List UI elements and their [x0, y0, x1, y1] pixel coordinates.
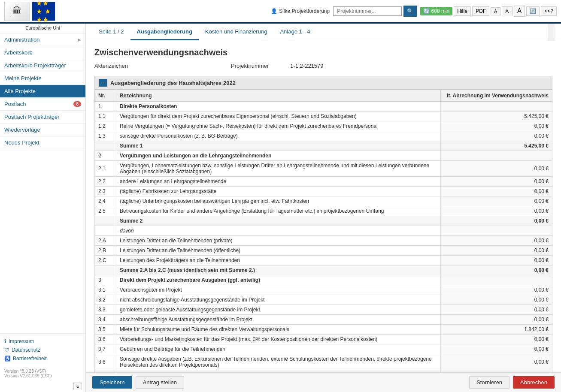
abbrechen-button[interactable]: Abbrechen [513, 376, 555, 389]
cell-amount: 5.425,00 € [441, 112, 552, 121]
cell-nr [95, 265, 116, 275]
tab-seite[interactable]: Seite 1 / 2 [92, 24, 130, 40]
cell-amount: 0,00 € [441, 236, 552, 246]
user-icon: 👤 [271, 8, 277, 14]
search-input[interactable] [333, 6, 402, 16]
reset-button[interactable]: 🔄 [526, 6, 540, 16]
search-button[interactable]: 🔍 [403, 6, 417, 17]
table-row: 2.2andere Leistungen an Lehrgangsteilneh… [95, 177, 552, 187]
cell-amount: 0,00 € [441, 216, 552, 226]
impressum-link[interactable]: ℹ Impressum [4, 337, 81, 346]
section-toggle-button[interactable]: − [99, 79, 107, 87]
help-button[interactable]: Hilfe [454, 6, 471, 16]
content-area: Zwischenverwendungsnachweis Aktenzeichen… [86, 41, 561, 372]
cell-amount: 1.842,00 € [441, 325, 552, 335]
tab-anlage[interactable]: Anlage 1 - 4 [273, 24, 316, 40]
sidebar-item-postfach[interactable]: Postfach 6 [0, 98, 85, 111]
cell-nr: 2.1 [95, 161, 116, 177]
sidebar-item-alle-projekte[interactable]: Alle Projekte [0, 85, 85, 98]
sidebar-item-arbeitskorb[interactable]: Arbeitskorb [0, 46, 85, 59]
tab-ausgabengliederung[interactable]: Ausgabengliederung [130, 24, 199, 40]
table-row: 2.5Betreuungskosten für Kinder und ander… [95, 206, 552, 216]
cell-nr: 3.6 [95, 335, 116, 344]
cell-nr: 3.5 [95, 325, 116, 335]
table-row: 3.5Miete für Schulungsräume und Räume de… [95, 325, 552, 335]
header: 🏛 ★★★ ★★★ 👤 Silke.Projektförderung 🔍 🔄 6… [0, 0, 561, 24]
sidebar-item-postfach-projekttraeger[interactable]: Postfach Projektträger [0, 111, 85, 124]
antrag-button[interactable]: Antrag stellen [136, 376, 185, 389]
aktenzeichen-group: Aktenzeichen [94, 63, 128, 69]
table-row: Summe 15.425,00 € [95, 141, 552, 151]
projektnummer-group: Projektnummer 1-1.2-221579 [231, 63, 323, 69]
sidebar-item-neues-projekt[interactable]: Neues Projekt [0, 136, 85, 149]
barrierefreiheit-link[interactable]: ♿ Barrierefreiheit [4, 354, 81, 363]
cell-amount: 0,00 € [441, 354, 552, 370]
cell-bezeichnung: sonstige direkte Personalkosten (z. B. B… [116, 131, 441, 141]
table-row: 2.1Vergütungen, Lohnersatzleistungen bzw… [95, 161, 552, 177]
cell-nr: 1.2 [95, 121, 116, 131]
cell-nr [95, 226, 116, 236]
sidebar-bottom-links: ℹ Impressum 🛡 Datenschutz ♿ Barrierefrei… [0, 333, 85, 366]
back-button[interactable]: <<? [541, 6, 557, 16]
stornieren-button[interactable]: Stornieren [469, 376, 509, 389]
table-row: 1.1Vergütungen für direkt dem Projekt zu… [95, 112, 552, 121]
cell-amount: 0,00 € [441, 206, 552, 216]
cell-amount: 0,00 € [441, 131, 552, 141]
cell-nr: 2.C [95, 256, 116, 265]
cell-nr: 3.2 [95, 295, 116, 305]
cell-amount: 5.425,00 € [441, 141, 552, 151]
cell-bezeichnung: Leistungen des Projektträgers an die Tei… [116, 256, 441, 265]
cell-amount: 0,00 € [441, 121, 552, 131]
footer-left: Speichern Antrag stellen [92, 376, 184, 389]
table-row: 3.3gemietete oder geleaste Ausstattungsg… [95, 305, 552, 315]
shield-icon: 🛡 [4, 347, 9, 353]
table-row: 2.4(tägliche) Unterbringungskosten bei a… [95, 196, 552, 206]
pdf-button[interactable]: PDF [472, 6, 489, 16]
cell-nr: 3.4 [95, 315, 116, 325]
cell-bezeichnung: Summe 2.A bis 2.C (muss identisch sein m… [116, 265, 441, 275]
cell-amount: 0,00 € [441, 265, 552, 275]
logo-area: 🏛 ★★★ ★★★ [4, 2, 55, 21]
sidebar-collapse-button[interactable]: « [73, 383, 82, 390]
info-icon: ℹ [4, 338, 6, 344]
table-row: Summe 20,00 € [95, 216, 552, 226]
save-button[interactable]: Speichern [92, 376, 132, 389]
col-bezeichnung: Bezeichnung [116, 90, 441, 102]
table-row: 2Vergütungen und Leistungen an die Lehrg… [95, 151, 552, 161]
cell-amount: 0,00 € [441, 305, 552, 315]
cell-nr: 3.7 [95, 344, 116, 354]
cell-amount: 0,00 € [441, 196, 552, 206]
cell-bezeichnung: Leistungen Dritter an die Teilnehmenden … [116, 246, 441, 256]
datenschutz-link[interactable]: 🛡 Datenschutz [4, 346, 81, 354]
table-row: 3.7Gebühren und Beiträge für die Teilneh… [95, 344, 552, 354]
sidebar-item-meine-projekte[interactable]: Meine Projekte [0, 72, 85, 85]
page-title: Zwischenverwendungsnachweis [94, 48, 552, 57]
cell-bezeichnung: Vergütungen, Lohnersatzleistungen bzw. s… [116, 161, 441, 177]
cell-nr: 2.4 [95, 196, 116, 206]
cell-nr [95, 141, 116, 151]
footer-right: Stornieren Abbrechen [469, 376, 555, 389]
tab-kosten[interactable]: Kosten und Finanzierung [199, 24, 274, 40]
col-abrechnung: lt. Abrechnung im Verwendungsnachweis [441, 90, 552, 102]
font-small-button[interactable]: A [491, 7, 500, 15]
cell-bezeichnung: abschreibungsfähige Ausstattungsgegenstä… [116, 315, 441, 325]
meta-row: Aktenzeichen Projektnummer 1-1.2-221579 [94, 63, 552, 69]
cell-bezeichnung: Vergütungen und Leistungen an die Lehrga… [116, 151, 441, 161]
main-area: Seite 1 / 2 Ausgabengliederung Kosten un… [86, 24, 561, 392]
font-large-button[interactable]: A [514, 6, 525, 17]
ausgaben-table: Nr. Bezeichnung lt. Abrechnung im Verwen… [94, 90, 552, 372]
table-row: 2.BLeistungen Dritter an die Teilnehmend… [95, 246, 552, 256]
sidebar-item-arbeitskorb-projekttraeger[interactable]: Arbeitskorb Projektträger [0, 59, 85, 72]
arrow-icon: ▶ [78, 37, 81, 42]
font-medium-button[interactable]: A [502, 6, 512, 16]
sidebar-item-administration[interactable]: Administration ▶ [0, 33, 85, 46]
cell-nr: 3.8 [95, 354, 116, 370]
cell-bezeichnung: Summe 2 [116, 216, 441, 226]
cell-amount: 0,00 € [441, 315, 552, 325]
sidebar-item-wiedervorlage[interactable]: Wiedervorlage [0, 124, 85, 136]
cell-bezeichnung: andere Leistungen an Lehrgangsteilnehmen… [116, 177, 441, 187]
accessibility-icon: ♿ [4, 356, 11, 362]
table-row: 2.3(tägliche) Fahrtkosten zur Lehrgangss… [95, 187, 552, 196]
user-info: 👤 Silke.Projektförderung [271, 8, 330, 14]
table-row: 1Direkte Personalkosten [95, 102, 552, 112]
